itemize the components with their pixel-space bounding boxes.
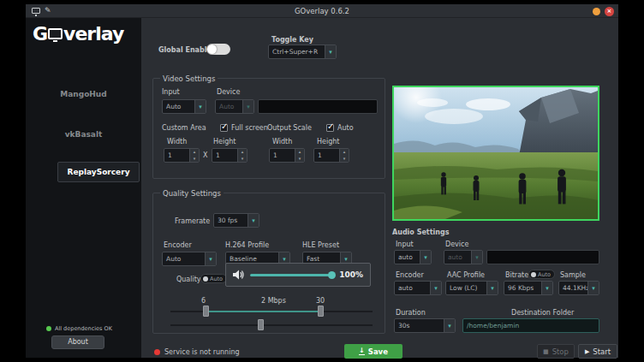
sample-label: Sample <box>560 271 586 279</box>
scale-auto-checkbox[interactable]: ✓ <box>326 124 334 132</box>
toggle-key-label: Toggle Key <box>271 36 313 44</box>
about-button[interactable]: About <box>51 335 104 349</box>
game-preview-art <box>394 87 598 219</box>
chevron-down-icon: ▾ <box>541 282 552 294</box>
spinner-arrows[interactable]: ▴▾ <box>189 149 199 162</box>
video-device-select[interactable]: Auto ▾ <box>215 99 254 114</box>
global-enable-toggle[interactable] <box>206 44 230 55</box>
chevron-down-icon: ▾ <box>444 319 455 332</box>
spin-down-icon[interactable]: ▾ <box>340 156 349 163</box>
chevron-down-icon: ▾ <box>486 282 498 294</box>
logo-text-suffix: verlay <box>63 23 123 45</box>
toggle-key-value: Ctrl+Super+R <box>269 48 325 56</box>
minimize-button[interactable] <box>593 8 600 15</box>
video-device-label: Device <box>217 88 240 96</box>
scale-width-spin[interactable]: 1 ▴▾ <box>269 148 305 163</box>
audio-encoder-label: Encoder <box>396 271 424 279</box>
aac-profile-label: AAC Profile <box>447 271 485 279</box>
spin-up-icon[interactable]: ▴ <box>190 149 199 156</box>
video-input-label: Input <box>162 88 180 96</box>
game-preview-image <box>392 86 599 221</box>
audio-input-select[interactable]: auto ▾ <box>394 250 432 264</box>
aac-profile-value: Low (LC) <box>446 284 486 292</box>
audio-encoder-select[interactable]: auto ▾ <box>394 281 442 295</box>
spin-up-icon[interactable]: ▴ <box>238 149 247 156</box>
save-icon: ↓ <box>359 347 365 355</box>
custom-width-spin[interactable]: 1 ▴▾ <box>164 148 200 163</box>
sidebar-item-mangohud[interactable]: MangoHud <box>26 90 141 98</box>
dependencies-status-text: All dependencies OK <box>55 325 112 332</box>
bitrate-min-label: 6 <box>201 297 206 305</box>
sample-select[interactable]: 44.1KHz ▾ <box>558 281 599 295</box>
video-device-input[interactable] <box>258 99 378 114</box>
duration-label: Duration <box>396 309 426 317</box>
audio-device-input[interactable] <box>486 250 599 264</box>
encoder-select[interactable]: Auto ▾ <box>162 252 217 266</box>
toggle-key-select[interactable]: Ctrl+Super+R ▾ <box>268 45 337 59</box>
bitrate-slider[interactable] <box>170 319 373 331</box>
logo-text-prefix: G <box>33 23 47 45</box>
global-enable-label: Global Enable <box>158 46 212 54</box>
quality-percent-slider[interactable] <box>250 274 333 276</box>
play-icon: ▶ <box>585 348 589 355</box>
stop-icon: ■ <box>543 348 549 355</box>
quality-auto-toggle[interactable]: Auto <box>200 274 227 283</box>
scale-height-spin[interactable]: 1 ▴▾ <box>313 148 349 163</box>
framerate-select[interactable]: 30 fps ▾ <box>213 213 259 228</box>
spinner-arrows[interactable]: ▴▾ <box>295 149 304 162</box>
check-icon: ✓ <box>221 122 228 131</box>
range-min-handle[interactable] <box>203 306 209 317</box>
scale-height-value: 1 <box>314 149 339 162</box>
service-status-text: Service is not running <box>164 348 240 356</box>
custom-height-label: Height <box>213 138 236 145</box>
encoder-value: Auto <box>163 255 205 263</box>
scale-width-label: Width <box>272 138 292 145</box>
volume-icon <box>233 270 244 280</box>
bitrate-auto-toggle[interactable]: Auto <box>528 270 555 279</box>
sidebar-item-replaysorcery[interactable]: ReplaySorcery <box>57 162 140 182</box>
main-panel: Global Enable Toggle Key Ctrl+Super+R ▾ … <box>141 18 618 358</box>
video-settings-title: Video Settings <box>160 74 218 83</box>
spin-down-icon[interactable]: ▾ <box>295 156 304 163</box>
chevron-down-icon: ▾ <box>471 251 482 264</box>
stop-button[interactable]: ■ Stop <box>537 344 575 359</box>
custom-height-value: 1 <box>212 149 237 162</box>
save-button-label: Save <box>368 347 388 356</box>
aac-profile-select[interactable]: Low (LC) ▾ <box>445 281 498 295</box>
fullscreen-checkbox[interactable]: ✓ <box>220 124 228 132</box>
spin-up-icon[interactable]: ▴ <box>340 149 349 156</box>
quality-percent-value: 100% <box>339 270 363 279</box>
output-scale-label: Output Scale <box>267 124 312 132</box>
audio-device-select[interactable]: auto ▾ <box>444 250 483 264</box>
bitrate-select[interactable]: 96 Kbps ▾ <box>504 281 553 295</box>
slider-range-fill <box>206 311 321 312</box>
sidebar-item-vkbasalt[interactable]: vkBasalt <box>26 130 141 139</box>
quality-range-slider[interactable] <box>170 306 373 317</box>
spin-down-icon[interactable]: ▾ <box>238 156 247 163</box>
range-max-handle[interactable] <box>318 306 324 317</box>
close-button[interactable]: × <box>605 7 614 16</box>
spin-up-icon[interactable]: ▴ <box>295 149 304 156</box>
slider-track <box>170 324 373 326</box>
audio-device-label: Device <box>445 240 468 248</box>
audio-input-label: Input <box>396 240 414 248</box>
bitrate-handle[interactable] <box>258 319 264 330</box>
chevron-down-icon: ▾ <box>247 214 259 227</box>
audio-encoder-value: auto <box>395 284 430 292</box>
duration-select[interactable]: 30s ▾ <box>394 318 456 333</box>
spin-down-icon[interactable]: ▾ <box>190 156 199 163</box>
spinner-arrows[interactable]: ▴▾ <box>339 149 349 162</box>
destination-folder-input[interactable]: /home/benjamin <box>462 318 599 333</box>
titlebar: ✎ GOverlay 0.6.2 × <box>26 4 618 18</box>
video-input-select[interactable]: Auto ▾ <box>162 99 206 114</box>
custom-height-spin[interactable]: 1 ▴▾ <box>212 148 247 163</box>
encoder-label: Encoder <box>164 241 192 249</box>
save-button[interactable]: ↓ Save <box>344 344 402 359</box>
custom-width-label: Width <box>167 138 187 145</box>
slider-knob[interactable] <box>328 271 336 279</box>
h264-profile-label: H.264 Profile <box>225 241 269 249</box>
start-button[interactable]: ▶ Start <box>578 344 617 359</box>
quality-auto-label: Auto <box>210 276 223 282</box>
spinner-arrows[interactable]: ▴▾ <box>237 149 247 162</box>
bitrate-auto-label: Auto <box>538 271 551 278</box>
